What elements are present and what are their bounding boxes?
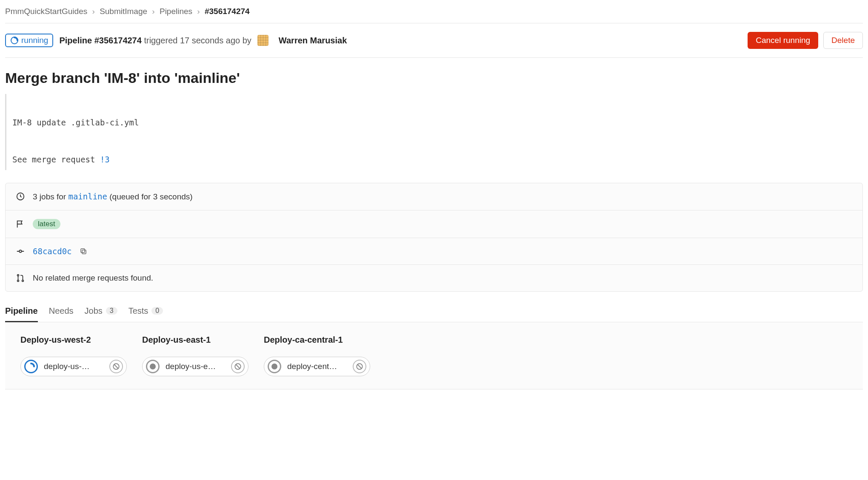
no-related-mr-text: No related merge requests found. xyxy=(33,273,153,283)
commit-sha-link[interactable]: 68cacd0c xyxy=(33,247,72,256)
breadcrumb: PmmQuickStartGuides › SubmitImage › Pipe… xyxy=(5,5,863,23)
chevron-right-icon: › xyxy=(197,7,200,16)
jobs-count-badge: 3 xyxy=(106,307,117,315)
merge-request-icon xyxy=(16,273,25,283)
commit-description: IM-8 update .gitlab-ci.yml See merge req… xyxy=(5,94,863,170)
cancel-icon[interactable] xyxy=(231,360,245,373)
commit-icon xyxy=(16,247,25,256)
latest-tag: latest xyxy=(33,219,60,229)
merge-requests-row: No related merge requests found. xyxy=(6,265,862,291)
job-name: deploy-us-… xyxy=(44,362,103,371)
flag-icon xyxy=(16,219,25,229)
svg-point-6 xyxy=(17,280,19,281)
job-pill[interactable]: deploy-us-e… xyxy=(142,357,248,376)
pipeline-header: running Pipeline #356174274 triggered 17… xyxy=(5,23,863,58)
commit-desc-line: IM-8 update .gitlab-ci.yml xyxy=(12,118,139,127)
commit-row: 68cacd0c xyxy=(6,238,862,265)
breadcrumb-item[interactable]: Pipelines xyxy=(160,7,192,16)
stage-title: Deploy-us-east-1 xyxy=(142,335,248,345)
merge-request-link[interactable]: !3 xyxy=(100,155,110,164)
chevron-right-icon: › xyxy=(92,7,95,16)
breadcrumb-item[interactable]: SubmitImage xyxy=(100,7,147,16)
tests-count-badge: 0 xyxy=(151,307,163,315)
pipeline-tabs: Pipeline Needs Jobs 3 Tests 0 xyxy=(5,306,863,322)
stage-title: Deploy-ca-central-1 xyxy=(264,335,370,345)
tags-row: latest xyxy=(6,210,862,238)
svg-point-2 xyxy=(19,250,22,253)
pipeline-id: Pipeline #356174274 xyxy=(59,36,141,45)
stage-column: Deploy-ca-central-1 deploy-cent… xyxy=(264,335,370,376)
breadcrumb-item[interactable]: PmmQuickStartGuides xyxy=(5,7,87,16)
jobs-count-text: 3 jobs for mainline (queued for 3 second… xyxy=(33,192,193,202)
delete-button[interactable]: Delete xyxy=(823,32,863,49)
job-pill[interactable]: deploy-us-… xyxy=(20,357,127,376)
svg-rect-3 xyxy=(82,250,86,254)
cancel-icon[interactable] xyxy=(353,360,366,373)
copy-icon[interactable] xyxy=(80,247,87,255)
cancel-running-button[interactable]: Cancel running xyxy=(748,32,818,49)
status-badge[interactable]: running xyxy=(5,34,53,47)
commit-title: Merge branch 'IM-8' into 'mainline' xyxy=(5,70,863,86)
stage-column: Deploy-us-east-1 deploy-us-e… xyxy=(142,335,248,376)
status-label: running xyxy=(21,36,48,45)
header-actions: Cancel running Delete xyxy=(748,32,863,49)
breadcrumb-current: #356174274 xyxy=(205,7,250,16)
job-pill[interactable]: deploy-cent… xyxy=(264,357,370,376)
commit-desc-line: See merge request xyxy=(12,155,100,164)
clock-icon xyxy=(16,192,25,201)
pipeline-info-card: 3 jobs for mainline (queued for 3 second… xyxy=(5,183,863,292)
tab-pipeline[interactable]: Pipeline xyxy=(5,306,38,322)
svg-point-7 xyxy=(22,280,24,281)
jobs-info-row: 3 jobs for mainline (queued for 3 second… xyxy=(6,183,862,210)
avatar[interactable] xyxy=(257,35,268,46)
chevron-right-icon: › xyxy=(152,7,154,16)
tab-needs[interactable]: Needs xyxy=(49,306,74,322)
running-icon xyxy=(10,36,19,45)
manual-icon xyxy=(268,360,281,373)
tab-tests[interactable]: Tests 0 xyxy=(128,306,163,322)
running-icon xyxy=(24,360,38,373)
job-name: deploy-us-e… xyxy=(166,362,225,371)
pipeline-stages: Deploy-us-west-2 deploy-us-… Deploy-us-e… xyxy=(5,322,863,389)
pipeline-title: Pipeline #356174274 triggered 17 seconds… xyxy=(59,36,251,45)
branch-link[interactable]: mainline xyxy=(68,192,107,201)
svg-point-5 xyxy=(17,275,19,276)
stage-column: Deploy-us-west-2 deploy-us-… xyxy=(20,335,127,376)
svg-rect-4 xyxy=(81,249,85,253)
cancel-icon[interactable] xyxy=(109,360,123,373)
triggered-ago-text: triggered 17 seconds ago by xyxy=(144,36,251,45)
job-name: deploy-cent… xyxy=(287,362,347,371)
stage-title: Deploy-us-west-2 xyxy=(20,335,127,345)
user-name[interactable]: Warren Marusiak xyxy=(279,36,347,45)
manual-icon xyxy=(146,360,160,373)
tab-jobs[interactable]: Jobs 3 xyxy=(85,306,117,322)
